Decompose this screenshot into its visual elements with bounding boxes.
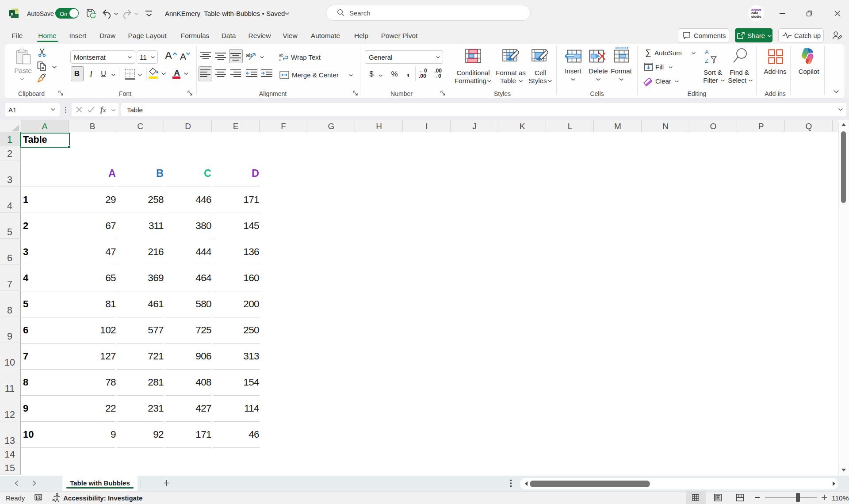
- svg-text:x: x: [11, 11, 14, 16]
- svg-text:Z: Z: [705, 57, 708, 64]
- svg-text:A: A: [705, 49, 709, 55]
- svg-text:c: c: [279, 57, 281, 61]
- svg-text:ab: ab: [279, 53, 283, 57]
